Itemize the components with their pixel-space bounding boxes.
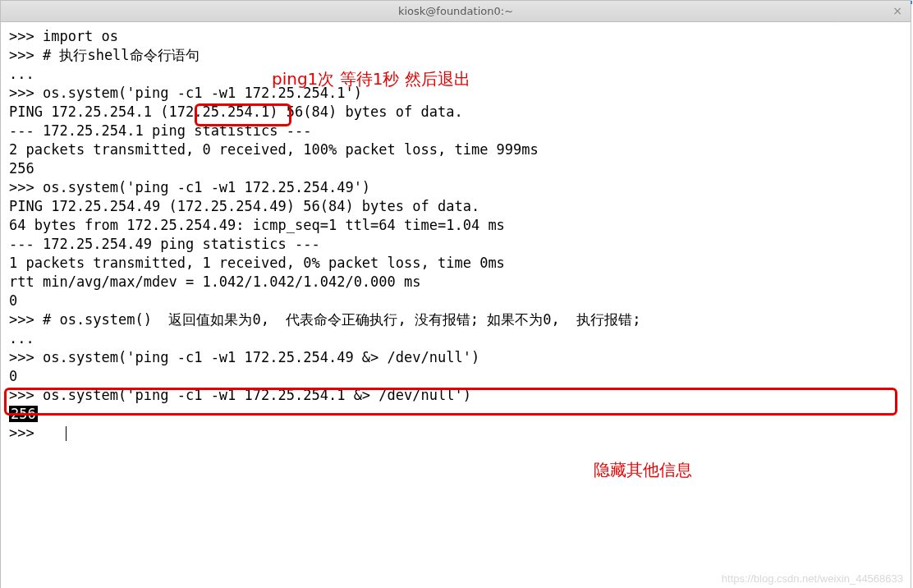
terminal-output-line: 1 packets transmitted, 1 received, 0% pa… [9,254,902,273]
terminal-output-line: 256 [9,159,902,178]
terminal-input-line: >>> os.system('ping -c1 -w1 172.25.254.1… [9,386,902,405]
terminal-output-line: --- 172.25.254.49 ping statistics --- [9,235,902,254]
terminal-output-line: rtt min/avg/max/mdev = 1.042/1.042/1.042… [9,273,902,292]
terminal-window: kiosk@foundation0:~ × >>> import os>>> #… [0,0,911,588]
terminal-output-line: 0 [9,367,902,386]
terminal-input-line: >>> # 执行shell命令行语句 [9,46,902,65]
text-cursor [66,426,67,441]
terminal-input-line: >>> os.system('ping -c1 -w1 172.25.254.4… [9,178,902,197]
terminal-output-line: ... [9,329,902,348]
terminal-output[interactable]: >>> import os>>> # 执行shell命令行语句...>>> os… [1,22,911,588]
terminal-input-line: >>> import os [9,27,902,46]
highlighted-output: 256 [9,406,38,422]
terminal-input-line: >>> os.system('ping -c1 -w1 172.25.254.4… [9,348,902,367]
close-icon[interactable]: × [891,4,904,17]
watermark: https://blog.csdn.net/weixin_44568633 [722,572,903,585]
terminal-input-line: >>> [9,424,902,443]
terminal-input-line: >>> os.system('ping -c1 -w1 172.25.254.1… [9,84,902,103]
annotation-hide-label: 隐藏其他信息 [594,461,692,480]
terminal-output-line: 0 [9,292,902,310]
titlebar: kiosk@foundation0:~ × [1,1,911,22]
terminal-output-line: PING 172.25.254.1 (172.25.254.1) 56(84) … [9,103,902,122]
terminal-output-line: ... [9,65,902,84]
terminal-input-line: >>> # os.system() 返回值如果为0, 代表命令正确执行, 没有报… [9,310,902,329]
terminal-output-line: --- 172.25.254.1 ping statistics --- [9,122,902,140]
terminal-output-line: 256 [9,405,902,424]
terminal-output-line: 64 bytes from 172.25.254.49: icmp_seq=1 … [9,216,902,235]
terminal-output-line: PING 172.25.254.49 (172.25.254.49) 56(84… [9,197,902,216]
terminal-output-line: 2 packets transmitted, 0 received, 100% … [9,140,902,159]
window-title: kiosk@foundation0:~ [398,5,513,17]
